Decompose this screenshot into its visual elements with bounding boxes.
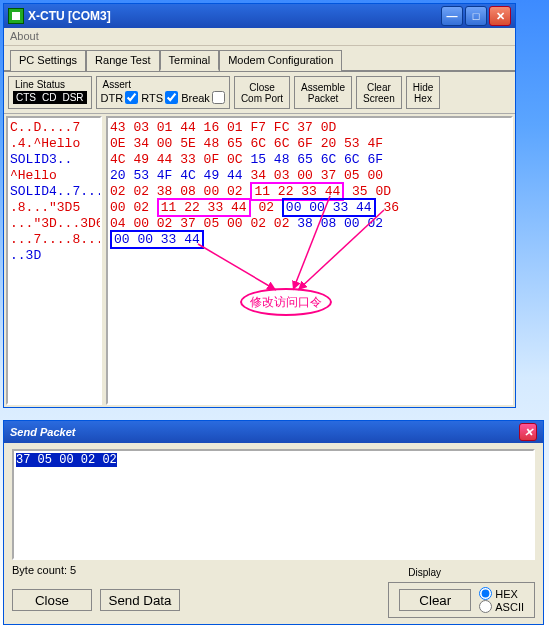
hex-radio[interactable]: HEX (479, 587, 524, 600)
menu-about[interactable]: About (10, 30, 39, 42)
cd-indicator: CD (39, 91, 59, 104)
send-packet-titlebar[interactable]: Send Packet ✕ (4, 421, 543, 443)
send-data-button[interactable]: Send Data (100, 589, 180, 611)
ascii-radio[interactable]: ASCII (479, 600, 524, 613)
tab-terminal[interactable]: Terminal (160, 50, 220, 71)
clear-screen-button[interactable]: ClearScreen (356, 76, 402, 109)
app-icon (8, 8, 24, 24)
byte-count-label: Byte count: 5 (12, 564, 535, 576)
menu-bar: About (4, 28, 515, 46)
line-status-group: Line Status CTSCDDSR (8, 76, 92, 109)
tab-strip: PC Settings Range Test Terminal Modem Co… (4, 46, 515, 72)
hex-panel[interactable]: 43 03 01 44 16 01 F7 FC 37 0D0E 34 00 5E… (106, 116, 513, 405)
dsr-indicator: DSR (59, 91, 86, 104)
cts-indicator: CTS (13, 91, 39, 104)
tab-modem-config[interactable]: Modem Configuration (219, 50, 342, 71)
close-button[interactable]: ✕ (489, 6, 511, 26)
send-clear-button[interactable]: Clear (399, 589, 471, 611)
hide-hex-button[interactable]: HideHex (406, 76, 441, 109)
window-title: X-CTU [COM3] (28, 9, 439, 23)
send-packet-window: Send Packet ✕ 37 05 00 02 02 Byte count:… (3, 420, 544, 625)
minimize-button[interactable]: — (441, 6, 463, 26)
ascii-panel[interactable]: C..D....7.4.^HelloSOLID3..^HelloSOLID4..… (6, 116, 102, 405)
close-comport-button[interactable]: CloseCom Port (234, 76, 290, 109)
svg-line-2 (198, 244, 276, 290)
send-close-button[interactable]: Close (12, 589, 92, 611)
tab-range-test[interactable]: Range Test (86, 50, 159, 71)
annotation-text: 修改访问口令 (240, 288, 332, 316)
terminal-area: C..D....7.4.^HelloSOLID3..^HelloSOLID4..… (4, 114, 515, 407)
assert-group: Assert DTR RTS Break (96, 76, 230, 109)
maximize-button[interactable]: □ (465, 6, 487, 26)
assemble-packet-button[interactable]: AssemblePacket (294, 76, 352, 109)
toolbar: Line Status CTSCDDSR Assert DTR RTS Brea… (4, 72, 515, 114)
display-group: Clear HEX ASCII (388, 582, 535, 618)
dtr-check[interactable]: DTR (101, 91, 139, 104)
break-check[interactable]: Break (181, 91, 225, 104)
send-packet-close-button[interactable]: ✕ (519, 423, 537, 441)
title-bar[interactable]: X-CTU [COM3] — □ ✕ (4, 4, 515, 28)
rts-check[interactable]: RTS (141, 91, 178, 104)
send-packet-input[interactable]: 37 05 00 02 02 (12, 449, 535, 560)
xctu-window: X-CTU [COM3] — □ ✕ About PC Settings Ran… (3, 3, 516, 408)
tab-pc-settings[interactable]: PC Settings (10, 50, 86, 71)
